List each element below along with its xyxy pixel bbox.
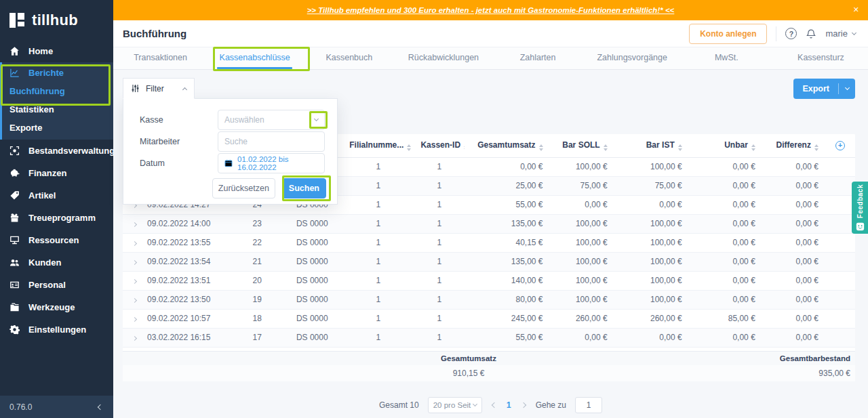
tab-kassenbuch[interactable]: Kassenbuch [302,47,396,69]
table-cell [825,252,855,271]
filter-toggle-button[interactable]: Filter [123,78,195,99]
tab-kassensturz[interactable]: Kassensturz [774,47,868,69]
tab-transaktionen[interactable]: Transaktionen [113,47,208,69]
filter-panel: Kasse Auswählen Mitarbeiter Datum [123,98,338,205]
feedback-tab[interactable]: Feedback [852,182,868,234]
goto-page-input[interactable] [575,397,602,413]
sidebar-item-finanzen[interactable]: Finanzen [0,162,113,184]
table-cell: 21 [233,252,281,271]
table-cell: 0,00 € [762,233,825,252]
table-cell: DS 0000 [281,309,342,328]
mitarbeiter-search-input[interactable] [224,137,318,146]
sidebar-item-statistiken[interactable]: Statistiken [2,100,113,119]
current-page[interactable]: 1 [507,400,511,410]
table-cell: 135,00 € [465,252,549,271]
sidebar-section-berichte: BerichteBuchführungStatistikenExporte [0,62,113,140]
export-dropdown-icon[interactable] [839,88,855,89]
expand-row-icon[interactable] [132,279,136,284]
column-header-unbar[interactable]: Unbar [689,134,762,157]
close-icon[interactable]: ✕ [853,5,859,14]
column-header-differenz[interactable]: Differenz [762,134,825,157]
table-row: 09.02.2022 13:5120DS 000011140,00 €100,0… [123,271,855,290]
table-cell: DS 0000 [281,252,342,271]
export-label: Export [793,84,838,93]
table-cell: 0,00 € [614,328,689,347]
sort-icon [539,144,543,151]
app-window: tillhub HomeBerichteBuchführungStatistik… [0,0,868,418]
table-cell: 0,00 € [689,233,762,252]
promo-banner-link[interactable]: >> Tillhub empfehlen und 300 Euro erhalt… [307,6,675,14]
sidebar-item-buchführung[interactable]: Buchführung [2,82,113,100]
previous-page-button[interactable] [491,403,498,407]
next-page-button[interactable] [520,403,527,407]
table-cell [825,290,855,309]
konto-anlegen-button[interactable]: Konto anlegen [689,24,767,44]
sidebar-item-home[interactable]: Home [0,40,113,62]
sidebar-item-exporte[interactable]: Exporte [2,119,113,137]
tab-rückabwicklungen[interactable]: Rückabwicklungen [396,47,490,69]
table-row: 09.02.2022 10:5718DS 000011245,00 €260,0… [123,309,855,328]
table-cell [825,176,855,195]
column-header-filialnumme-[interactable]: Filialnumme... [342,134,414,157]
expand-row-icon[interactable] [132,260,136,265]
table-cell: 1 [414,214,465,233]
sidebar-item-treueprogramm[interactable]: Treueprogramm [0,207,113,229]
sidebar-item-personal[interactable]: Personal [0,274,113,296]
table-cell: 1 [342,233,414,252]
table-cell: 140,00 € [465,271,549,290]
sidebar-item-werkzeuge[interactable]: Werkzeuge [0,296,113,318]
table-cell: 0,00 € [762,157,825,176]
sidebar-item-berichte[interactable]: Berichte [2,64,113,82]
expand-row-icon[interactable] [132,241,136,246]
table-cell: 100,00 € [614,214,689,233]
tab-zahlungsvorgänge[interactable]: Zahlungsvorgänge [585,47,679,69]
table-cell: 1 [414,290,465,309]
sort-icon [604,144,608,151]
column-header-bar-ist[interactable]: Bar IST [614,134,689,157]
table-cell [825,328,855,347]
tab-kassenabschlüsse[interactable]: Kassenabschlüsse [208,47,302,69]
add-column-header[interactable] [825,134,855,157]
table-cell: 1 [342,195,414,214]
sidebar-item-ressourcen[interactable]: Ressourcen [0,229,113,251]
kasse-select[interactable]: Auswählen [218,110,325,130]
pagination-total: Gesamt 10 [379,400,419,410]
feedback-label: Feedback [856,184,864,218]
add-column-icon[interactable] [835,141,845,150]
id-card-icon [9,280,20,290]
expand-row-icon[interactable] [132,317,136,322]
page-size-select[interactable]: 20 pro Seit [428,397,482,413]
collapse-sidebar-icon[interactable] [98,404,103,409]
column-header-gesamtumsatz[interactable]: Gesamtumsatz [465,134,549,157]
table-cell: 1 [414,309,465,328]
column-header-kassen-id[interactable]: Kassen-ID [414,134,465,157]
sidebar-item-kunden[interactable]: Kunden [0,251,113,274]
export-button[interactable]: Export [793,79,855,99]
notifications-bell-icon[interactable] [806,28,816,39]
sidebar-item-bestandsverwaltung[interactable]: Bestandsverwaltung [0,140,113,162]
folder-icon [9,302,20,312]
app-version: 0.76.0 [9,402,32,412]
logo-text: tillhub [32,12,78,29]
expand-row-icon[interactable] [132,336,136,341]
expand-row-icon[interactable] [132,298,136,303]
help-icon[interactable] [785,28,797,39]
suchen-button[interactable]: Suchen [282,178,326,198]
sidebar-item-artikel[interactable]: Artikel [0,184,113,207]
zuruecksetzen-button[interactable]: Zurücksetzen [212,178,275,198]
table-cell: 100,00 € [550,252,614,271]
expand-row-icon[interactable] [132,222,136,227]
table-cell: 0,00 € [689,328,762,347]
gesamtumsatz-summary-value: 910,15 € [414,365,523,381]
tab-zahlarten[interactable]: Zahlarten [491,47,585,69]
calendar-icon [224,159,233,167]
datum-range-field[interactable]: 01.02.2022 bis 16.02.2022 [218,153,325,173]
table-cell: 100,00 € [550,271,614,290]
column-header-bar-soll[interactable]: Bar SOLL [550,134,614,157]
user-menu[interactable]: marie [825,28,856,39]
table-cell: 1 [414,252,465,271]
tab-mwst-[interactable]: MwSt. [679,47,774,69]
sidebar-item-einstellungen[interactable]: Einstellungen [0,318,113,341]
kasse-placeholder: Auswählen [224,115,264,125]
table-cell: 0,00 € [762,252,825,271]
